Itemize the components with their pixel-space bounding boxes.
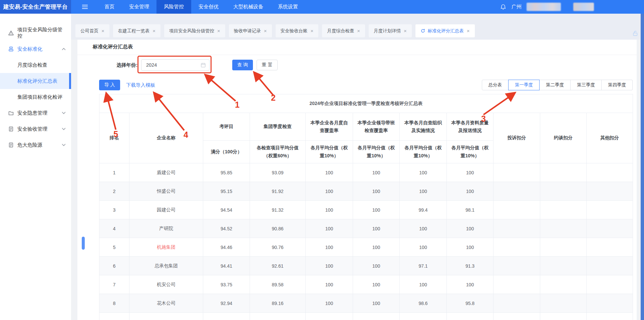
cell-value: 89.58 xyxy=(250,275,306,294)
cell-value xyxy=(587,238,633,257)
tab[interactable]: 标准化评分汇总表× xyxy=(415,24,475,37)
cell-value: 98.1 xyxy=(447,201,494,219)
tab[interactable]: 月度计划详情× xyxy=(369,24,412,37)
redacted-user-name[interactable] xyxy=(527,3,561,11)
cell-value: 94.46 xyxy=(203,238,250,257)
reset-button[interactable]: 重 置 xyxy=(257,60,278,70)
hamburger-menu-icon[interactable] xyxy=(82,0,90,14)
close-icon[interactable]: × xyxy=(357,28,360,33)
col-group-top: 本季各月自查组织及实施情况 xyxy=(400,113,447,141)
col-group-sub: 各月平均分值（权重10%） xyxy=(447,141,494,163)
cell-value: 99.4 xyxy=(400,201,447,219)
close-icon[interactable]: × xyxy=(404,28,407,33)
cell-value xyxy=(494,182,540,201)
nav-item[interactable]: 安全创优 xyxy=(191,0,226,14)
close-icon[interactable]: × xyxy=(152,28,155,33)
cell-value xyxy=(540,219,587,238)
table-row-partial xyxy=(99,313,633,320)
sidebar-item[interactable]: 集团项目标准化检评 xyxy=(0,89,71,105)
quarter-tab[interactable]: 总分表 xyxy=(482,80,509,90)
sidebar-item-label: 集团项目标准化检评 xyxy=(17,94,62,100)
close-icon[interactable]: × xyxy=(217,28,220,33)
sidebar-item[interactable]: 安全标准化 xyxy=(0,41,71,57)
close-icon[interactable]: × xyxy=(101,28,104,33)
close-icon[interactable]: × xyxy=(467,28,470,33)
cell-value: 100 xyxy=(400,182,447,201)
navbar-right: 广州 xyxy=(500,0,644,14)
cell-rank: 2 xyxy=(99,182,129,201)
nav-item[interactable]: 风险管控 xyxy=(156,0,191,14)
tab[interactable]: 验收申请记录× xyxy=(229,24,272,37)
cell-value: 100 xyxy=(353,238,400,257)
sidebar-item[interactable]: 月度综合检查 xyxy=(0,57,71,73)
query-button[interactable]: 查 询 xyxy=(232,60,253,70)
page-title: 标准化评分汇总表 xyxy=(93,44,133,50)
nav-item[interactable]: 首页 xyxy=(97,0,122,14)
year-input[interactable] xyxy=(141,59,210,71)
tab[interactable]: 安全验收台账× xyxy=(276,24,319,37)
cell-value xyxy=(494,163,540,182)
cell-rank: 7 xyxy=(99,275,129,294)
quarter-tab[interactable]: 第三季度 xyxy=(571,80,602,90)
user-account-label[interactable]: 广州 xyxy=(512,4,522,10)
col-group-sub: 满分（100分） xyxy=(203,141,250,163)
divider xyxy=(77,55,637,55)
main-content: 标准化评分汇总表 选择年份: 查 询 重 置 导 入 下载导入模板 总分表第一季… xyxy=(77,40,637,320)
cell-value xyxy=(494,313,540,320)
notification-bell-icon[interactable] xyxy=(500,4,507,10)
table-scrollbar-thumb[interactable] xyxy=(82,237,85,250)
sidebar-item[interactable]: 危大危险源 xyxy=(0,137,71,153)
tab-label: 标准化评分汇总表 xyxy=(428,28,464,34)
redacted-user-action[interactable] xyxy=(573,3,594,11)
cell-value xyxy=(400,313,447,320)
cell-value: 100 xyxy=(447,163,494,182)
tab-label: 月度计划详情 xyxy=(374,28,401,34)
nav-item[interactable]: 系统设置 xyxy=(271,0,305,14)
vertical-scrollbar[interactable] xyxy=(641,14,644,320)
cell-value xyxy=(494,219,540,238)
tab-label: 项目安全风险分级管控 xyxy=(169,28,214,34)
cell-company: 盾建公司 xyxy=(129,163,203,182)
sidebar-item-label: 标准化评分汇总表 xyxy=(17,78,57,84)
document-icon xyxy=(8,142,14,148)
sidebar-item[interactable]: 安全隐患管理 xyxy=(0,105,71,121)
download-template-link[interactable]: 下载导入模板 xyxy=(126,80,155,90)
tab[interactable]: 项目安全风险分级管控× xyxy=(164,24,225,37)
cell-value: 100 xyxy=(306,294,353,313)
cell-value: 98.6 xyxy=(400,294,447,313)
tab[interactable]: 公司首页× xyxy=(75,24,109,37)
cell-rank: 8 xyxy=(99,294,129,313)
close-icon[interactable]: × xyxy=(264,28,267,33)
quarter-tab[interactable]: 第四季度 xyxy=(602,80,633,90)
tab-label: 安全验收台账 xyxy=(281,28,308,34)
cell-value: 100 xyxy=(400,238,447,257)
cell-value xyxy=(587,275,633,294)
tab[interactable]: 在建工程一览表× xyxy=(113,24,160,37)
tab[interactable]: 月度综合检查× xyxy=(322,24,365,37)
cell-value: 100 xyxy=(306,182,353,201)
cell-value xyxy=(494,294,540,313)
nav-menu: 首页安全管理风险管控安全创优大型机械设备系统设置 xyxy=(97,0,305,14)
cell-value xyxy=(540,313,587,320)
cell-value: 100 xyxy=(306,219,353,238)
nav-item[interactable]: 大型机械设备 xyxy=(226,0,271,14)
cell-value: 93.75 xyxy=(203,275,250,294)
app-brand: 建安易-安全生产管理平台 xyxy=(0,0,71,14)
close-icon[interactable]: × xyxy=(311,28,314,33)
quarter-tab[interactable]: 第一季度 xyxy=(508,80,540,90)
cell-value: 91.32 xyxy=(250,201,306,219)
import-button[interactable]: 导 入 xyxy=(99,80,120,90)
quarter-switch: 总分表第一季度第二季度第三季度第四季度 xyxy=(482,80,633,90)
nav-item[interactable]: 安全管理 xyxy=(122,0,156,14)
cell-value: 100 xyxy=(400,219,447,238)
refresh-icon xyxy=(420,28,425,33)
quarter-tab[interactable]: 第二季度 xyxy=(540,80,571,90)
sidebar-item[interactable]: 标准化评分汇总表 xyxy=(0,73,71,89)
sidebar-item[interactable]: 安全验收管理 xyxy=(0,121,71,137)
cell-value: 100 xyxy=(353,275,400,294)
lock-icon[interactable] xyxy=(632,30,639,37)
cell-value: 100 xyxy=(353,219,400,238)
cell-value: 100 xyxy=(447,238,494,257)
sidebar-item[interactable]: 项目安全风险分级管控 xyxy=(0,25,71,41)
col-tail: 约谈扣分 xyxy=(540,113,587,163)
